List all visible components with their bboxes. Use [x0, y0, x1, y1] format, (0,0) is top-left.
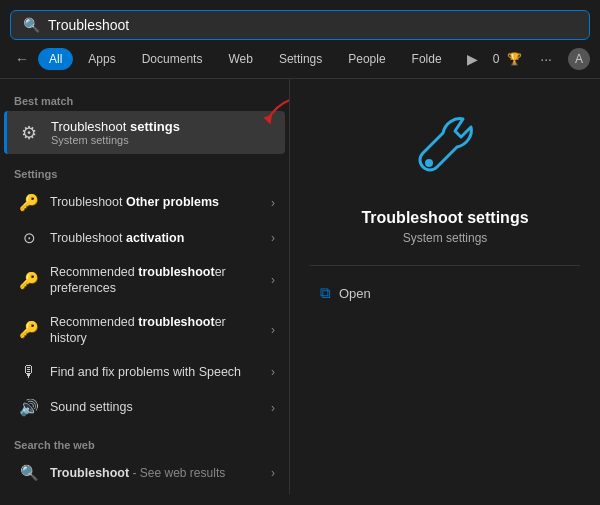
tab-settings[interactable]: Settings [268, 48, 333, 70]
right-panel: Troubleshoot settings System settings ⧉ … [290, 79, 600, 494]
best-match-text: Troubleshoot settings System settings [51, 119, 180, 146]
arrow-icon-6: › [271, 401, 275, 415]
key-icon-3: 🔑 [18, 271, 40, 290]
web-search-item[interactable]: 🔍 Troubleshoot - See web results › [4, 456, 285, 490]
key-icon-4: 🔑 [18, 320, 40, 339]
result-item-recommended-history[interactable]: 🔑 Recommended troubleshooter history › [4, 306, 285, 355]
result-item-recommended-prefs[interactable]: 🔑 Recommended troubleshooter preferences… [4, 256, 285, 305]
tab-apps[interactable]: Apps [77, 48, 126, 70]
arrow-icon-3: › [271, 273, 275, 287]
web-arrow-icon: › [271, 466, 275, 480]
counter-display: 0 [493, 52, 500, 66]
right-panel-title: Troubleshoot settings [361, 209, 528, 227]
open-label: Open [339, 286, 371, 301]
mic-icon: 🎙 [18, 363, 40, 381]
tab-right-area: 0 🏆 ··· A [493, 48, 590, 70]
svg-point-1 [425, 159, 433, 167]
best-match-subtitle: System settings [51, 134, 180, 146]
tab-all[interactable]: All [38, 48, 73, 70]
open-icon: ⧉ [320, 284, 331, 302]
item-text-4: Recommended troubleshooter history [50, 314, 261, 347]
back-button[interactable]: ← [10, 48, 34, 70]
left-panel: Best match ⚙ Troubleshoot settings Syste… [0, 79, 290, 494]
best-match-label: Best match [0, 89, 289, 111]
item-text-1: Troubleshoot Other problems [50, 194, 261, 210]
best-match-title: Troubleshoot settings [51, 119, 180, 134]
search-icon: 🔍 [23, 17, 40, 33]
item-text-6: Sound settings [50, 399, 261, 415]
settings-section-label: Settings [0, 162, 289, 184]
tab-folders[interactable]: Folde [401, 48, 453, 70]
divider [310, 265, 580, 266]
circle-icon-2: ⊙ [18, 229, 40, 247]
arrow-icon-2: › [271, 231, 275, 245]
arrow-icon-1: › [271, 196, 275, 210]
best-match-item[interactable]: ⚙ Troubleshoot settings System settings [4, 111, 285, 154]
profile-avatar[interactable]: A [568, 48, 590, 70]
right-panel-subtitle: System settings [403, 231, 488, 245]
tab-web[interactable]: Web [217, 48, 263, 70]
overflow-menu-button[interactable]: ··· [532, 48, 560, 70]
result-item-troubleshoot-other[interactable]: 🔑 Troubleshoot Other problems › [4, 185, 285, 220]
settings-icon: ⚙ [17, 122, 41, 144]
search-bar[interactable]: 🔍 [10, 10, 590, 40]
web-search-text: Troubleshoot - See web results [50, 466, 261, 480]
result-item-speech[interactable]: 🎙 Find and fix problems with Speech › [4, 355, 285, 389]
main-content: Best match ⚙ Troubleshoot settings Syste… [0, 79, 600, 494]
web-search-icon: 🔍 [18, 464, 40, 482]
more-tabs-button[interactable]: ▶ [459, 48, 486, 70]
item-text-2: Troubleshoot activation [50, 230, 261, 246]
sound-icon: 🔊 [18, 398, 40, 417]
arrow-icon-5: › [271, 365, 275, 379]
wrench-icon [405, 109, 485, 189]
tab-people[interactable]: People [337, 48, 396, 70]
item-text-5: Find and fix problems with Speech [50, 364, 261, 380]
filter-tabs: ← All Apps Documents Web Settings People… [0, 40, 600, 79]
web-section-label: Search the web [0, 433, 289, 455]
arrow-icon-4: › [271, 323, 275, 337]
right-icon-wrap [405, 109, 485, 193]
open-button[interactable]: ⧉ Open [320, 280, 371, 306]
item-text-3: Recommended troubleshooter preferences [50, 264, 261, 297]
search-input[interactable] [48, 17, 577, 33]
result-item-sound[interactable]: 🔊 Sound settings › [4, 390, 285, 425]
result-item-troubleshoot-activation[interactable]: ⊙ Troubleshoot activation › [4, 221, 285, 255]
key-icon-1: 🔑 [18, 193, 40, 212]
tab-documents[interactable]: Documents [131, 48, 214, 70]
trophy-icon: 🏆 [507, 52, 522, 66]
svg-marker-0 [264, 114, 273, 124]
